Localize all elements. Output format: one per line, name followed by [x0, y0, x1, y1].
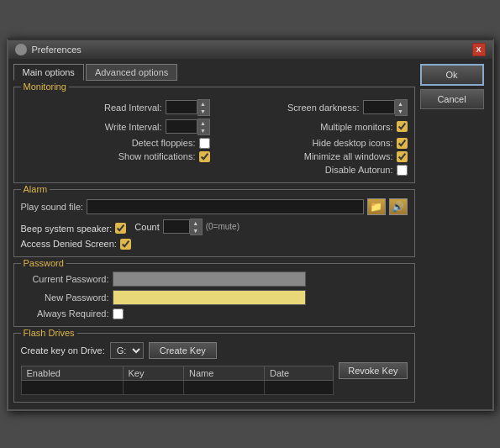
multiple-monitors-checkbox[interactable] [397, 121, 408, 132]
access-denied-checkbox[interactable] [120, 239, 131, 250]
detect-floppies-row: Detect floppies: [21, 138, 210, 149]
password-section: Password Current Password: New Password:… [13, 263, 415, 327]
disable-autorun-label: Disable Autorun: [325, 165, 393, 175]
write-interval-down[interactable]: ▼ [197, 127, 209, 134]
revoke-key-button[interactable]: Revoke Key [339, 362, 407, 379]
screen-darkness-spinbox: 100 ▲ ▼ [363, 99, 408, 116]
window-icon [15, 44, 27, 55]
write-interval-label: Write Interval: [105, 122, 162, 132]
flash-drives-title: Flash Drives [21, 328, 77, 338]
alarm-file-path[interactable]: E:\Program Files\Predator2\sounds\ALARM.… [87, 199, 363, 214]
alarm-title: Alarm [21, 184, 50, 194]
beep-row: Beep system speaker: [21, 223, 127, 234]
minimize-windows-row: Minimize all windows: [218, 151, 408, 162]
col-date: Date [264, 366, 333, 380]
write-interval-spinbox: 60 ▲ ▼ [166, 119, 210, 135]
count-row: Count 1 ▲ ▼ (0=mute) [134, 219, 239, 235]
window-title: Preferences [32, 45, 82, 55]
write-interval-row: Write Interval: 60 ▲ ▼ [21, 119, 210, 135]
play-sound-label: Play sound file: [21, 202, 84, 212]
create-key-button[interactable]: Create Key [149, 342, 217, 359]
beep-label: Beep system speaker: [21, 224, 113, 234]
preferences-window: Preferences X Main options Advanced opti… [7, 38, 494, 411]
tab-advanced[interactable]: Advanced options [86, 64, 177, 81]
monitoring-section: Monitoring Read Interval: 30 ▲ ▼ [13, 87, 415, 183]
read-interval-row: Read Interval: 30 ▲ ▼ [21, 99, 210, 116]
read-interval-up[interactable]: ▲ [197, 100, 209, 108]
hide-desktop-checkbox[interactable] [397, 138, 408, 149]
always-required-checkbox[interactable] [113, 308, 124, 319]
browse-file-button[interactable]: 📁 [367, 198, 386, 215]
screen-darkness-input[interactable]: 100 [363, 100, 395, 114]
title-bar: Preferences X [8, 40, 492, 59]
current-password-input[interactable] [113, 271, 306, 287]
detect-floppies-label: Detect floppies: [132, 138, 196, 148]
flash-drives-table: Enabled Key Name Date [21, 366, 334, 395]
monitoring-title: Monitoring [21, 82, 69, 92]
count-label: Count [134, 222, 159, 232]
col-enabled: Enabled [21, 366, 123, 380]
create-key-row: Create key on Drive: G: H: I: Create Key [21, 342, 408, 359]
always-required-row: Always Required: [21, 308, 408, 319]
read-interval-label: Read Interval: [104, 103, 161, 113]
password-title: Password [21, 258, 66, 268]
mute-label: (0=mute) [206, 222, 239, 231]
multiple-monitors-label: Multiple monitors: [320, 122, 392, 132]
show-notifications-label: Show notifications: [118, 151, 196, 161]
read-interval-input[interactable]: 30 [166, 100, 197, 114]
read-interval-down[interactable]: ▼ [197, 108, 209, 115]
alarm-section: Alarm Play sound file: E:\Program Files\… [13, 189, 415, 257]
screen-darkness-row: Screen darkness: 100 ▲ ▼ [218, 99, 408, 116]
always-required-label: Always Required: [21, 308, 109, 319]
content-area: Main options Advanced options Monitoring… [8, 59, 492, 409]
close-button[interactable]: X [472, 43, 486, 56]
cancel-button[interactable]: Cancel [420, 89, 484, 109]
minimize-windows-checkbox[interactable] [397, 151, 408, 162]
detect-floppies-checkbox[interactable] [199, 138, 210, 149]
multiple-monitors-row: Multiple monitors: [218, 119, 408, 135]
tab-main[interactable]: Main options [13, 64, 84, 81]
hide-desktop-label: Hide desktop icons: [313, 138, 393, 148]
flash-drives-table-area: Enabled Key Name Date [21, 362, 334, 395]
hide-desktop-row: Hide desktop icons: [218, 138, 408, 149]
show-notifications-row: Show notifications: [21, 151, 210, 162]
col-name: Name [183, 366, 264, 380]
count-down[interactable]: ▼ [190, 227, 202, 235]
create-key-on-drive-label: Create key on Drive: [21, 345, 105, 356]
main-panel: Main options Advanced options Monitoring… [13, 64, 415, 404]
beep-checkbox[interactable] [115, 223, 126, 234]
play-sound-button[interactable]: 🔊 [389, 198, 408, 215]
flash-drives-inner: Enabled Key Name Date [21, 362, 408, 395]
side-panel: Ok Cancel [420, 64, 487, 404]
show-notifications-checkbox[interactable] [199, 151, 210, 162]
new-password-input[interactable] [113, 290, 306, 305]
access-denied-row: Access Denied Screen: [21, 239, 408, 250]
read-interval-spinbox: 30 ▲ ▼ [166, 99, 210, 116]
current-password-label: Current Password: [21, 274, 109, 284]
screen-darkness-up[interactable]: ▲ [395, 100, 407, 108]
screen-darkness-label: Screen darkness: [287, 103, 360, 113]
disable-autorun-checkbox[interactable] [397, 165, 408, 176]
write-interval-up[interactable]: ▲ [197, 119, 209, 127]
screen-darkness-down[interactable]: ▼ [395, 108, 407, 115]
count-up[interactable]: ▲ [190, 219, 202, 227]
col-key: Key [123, 366, 183, 380]
minimize-windows-label: Minimize all windows: [304, 151, 393, 161]
disable-autorun-row: Disable Autorun: [218, 165, 408, 176]
access-denied-label: Access Denied Screen: [21, 239, 117, 249]
new-password-row: New Password: [21, 290, 408, 305]
ok-button[interactable]: Ok [420, 64, 484, 86]
count-input[interactable]: 1 [163, 219, 190, 234]
current-password-row: Current Password: [21, 271, 408, 287]
tab-bar: Main options Advanced options [13, 64, 415, 81]
drive-select[interactable]: G: H: I: [110, 342, 144, 359]
table-row [21, 380, 334, 394]
new-password-label: New Password: [21, 293, 109, 303]
flash-drives-section: Flash Drives Create key on Drive: G: H: … [13, 333, 415, 403]
write-interval-input[interactable]: 60 [166, 119, 197, 134]
